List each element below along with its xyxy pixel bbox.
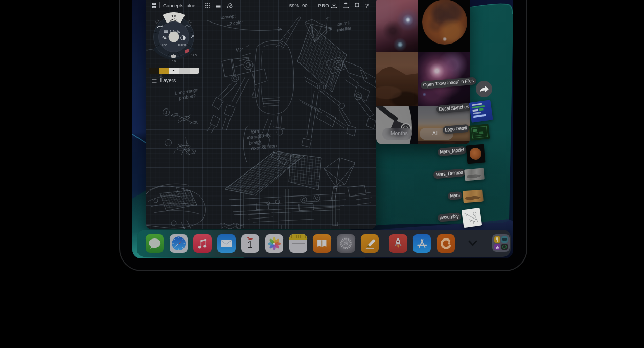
svg-text:concept: concept (219, 13, 236, 20)
svg-text:V.2: V.2 (235, 47, 243, 53)
svg-text:14.5: 14.5 (191, 54, 197, 57)
svg-text:1.6: 1.6 (171, 14, 176, 18)
svg-text:0%: 0% (162, 43, 167, 47)
svg-text:12 color: 12 color (226, 19, 244, 27)
svg-text:1: 1 (165, 111, 167, 114)
svg-text:6.9: 6.9 (171, 60, 176, 63)
svg-text:2: 2 (167, 141, 169, 145)
svg-text:100%: 100% (177, 43, 186, 47)
